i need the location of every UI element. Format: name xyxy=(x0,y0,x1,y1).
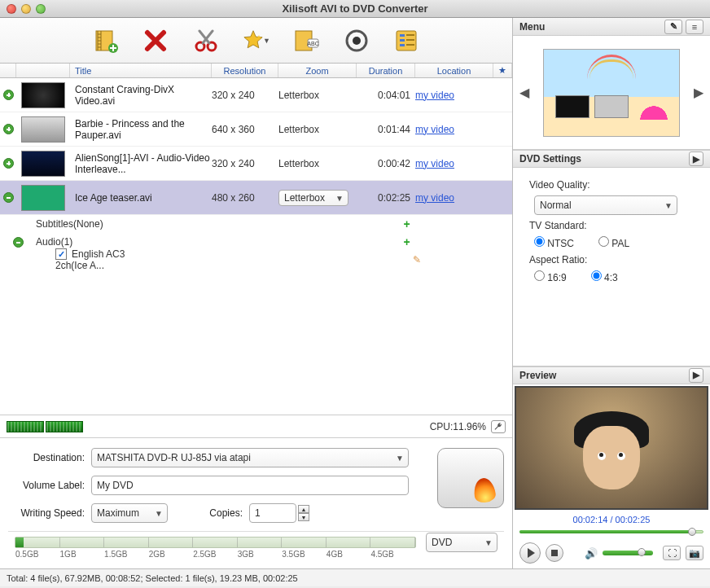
table-row[interactable]: Constant Craving-DivX Video.avi 320 x 24… xyxy=(0,78,512,112)
disc-type-select[interactable]: DVD▼ xyxy=(426,533,497,552)
volume-label-label: Volume Label: xyxy=(8,480,85,491)
template-button[interactable] xyxy=(390,24,423,57)
file-duration: 0:01:44 xyxy=(357,124,415,135)
col-duration[interactable]: Duration xyxy=(357,64,415,77)
col-star[interactable]: ★ xyxy=(493,64,512,77)
effects-button[interactable]: ▼ xyxy=(240,24,273,57)
titlebar: Xilisoft AVI to DVD Converter xyxy=(0,0,710,18)
flame-icon xyxy=(472,476,497,503)
ar-43-radio[interactable]: 4:3 xyxy=(591,270,618,283)
file-location[interactable]: my video xyxy=(415,124,493,135)
copies-up[interactable]: ▲ xyxy=(298,505,309,513)
fullscreen-button[interactable]: ⛶ xyxy=(663,546,681,560)
dvd-settings: Video Quality: Normal▼ TV Standard: NTSC… xyxy=(513,168,710,366)
video-quality-select[interactable]: Normal▼ xyxy=(534,195,677,215)
svg-text:ABC: ABC xyxy=(307,41,318,46)
file-resolution: 320 x 240 xyxy=(212,158,278,169)
add-file-button[interactable] xyxy=(90,24,122,57)
file-resolution: 480 x 260 xyxy=(212,192,278,204)
play-button[interactable] xyxy=(519,542,541,564)
destination-select[interactable]: MATSHITA DVD-R UJ-85J via atapi▼ xyxy=(91,448,409,467)
remove-button[interactable] xyxy=(140,24,173,57)
menu-next-button[interactable]: ▶ xyxy=(694,85,703,100)
record-button[interactable] xyxy=(340,24,373,57)
row-action[interactable]: ✎ xyxy=(392,254,441,265)
copies-label: Copies: xyxy=(174,507,243,519)
menu-header: Menu ✎ ≡ xyxy=(513,18,710,36)
file-title: Constant Craving-DivX Video.avi xyxy=(70,84,212,107)
subtitles-row[interactable]: Subtitles(None) + xyxy=(0,215,512,233)
cpu-core-2 xyxy=(46,421,83,432)
menu-edit-button[interactable]: ✎ xyxy=(664,20,682,34)
row-action[interactable]: + xyxy=(383,217,432,230)
col-title[interactable]: Title xyxy=(70,64,212,77)
file-zoom: Letterbox xyxy=(278,158,357,169)
cpu-label: CPU: xyxy=(430,421,454,432)
table-row[interactable]: Barbie - Princess and the Pauper.avi 640… xyxy=(0,112,512,147)
file-duration: 0:02:25 xyxy=(357,192,415,204)
writing-speed-label: Writing Speed: xyxy=(8,507,85,519)
file-zoom[interactable]: Letterbox▼ xyxy=(278,190,357,206)
col-zoom[interactable]: Zoom xyxy=(278,64,357,77)
col-location[interactable]: Location xyxy=(415,64,493,77)
file-location[interactable]: my video xyxy=(415,90,493,101)
cpu-row: CPU:11.96% xyxy=(0,415,512,437)
svg-point-9 xyxy=(353,37,361,45)
svg-rect-13 xyxy=(400,44,405,46)
video-quality-label: Video Quality: xyxy=(529,179,700,191)
track-checkbox[interactable]: ✓ xyxy=(55,248,67,260)
file-thumbnail xyxy=(21,116,65,143)
volume-slider[interactable] xyxy=(603,551,653,555)
writing-speed-select[interactable]: Maximum▼ xyxy=(91,503,168,523)
preview-expand-button[interactable]: ▶ xyxy=(689,368,703,383)
file-location[interactable]: my video xyxy=(415,192,493,204)
cut-button[interactable] xyxy=(190,24,222,57)
burn-button[interactable] xyxy=(437,448,504,508)
file-thumbnail xyxy=(21,185,65,211)
statusbar: Total: 4 file(s), 67.92MB, 00:08:52; Sel… xyxy=(0,568,710,586)
menu-preview: ◀ ▶ xyxy=(513,36,710,150)
collapse-row-button[interactable] xyxy=(3,192,14,203)
settings-expand-button[interactable]: ▶ xyxy=(689,151,703,166)
snapshot-button[interactable]: 📷 xyxy=(686,546,703,560)
menu-thumbnail[interactable] xyxy=(543,49,680,137)
svg-rect-12 xyxy=(400,39,405,42)
settings-wrench-button[interactable] xyxy=(491,420,506,433)
capacity-rail: 0.5GB1GB1.5GB2GB2.5GB3GB3.5GB4GB4.5GB xyxy=(15,537,416,548)
file-title: Ice Age teaser.avi xyxy=(70,192,212,204)
toolbar: ▼ ABC xyxy=(0,18,512,64)
subtitle-button[interactable]: ABC xyxy=(290,24,322,57)
menu-prev-button[interactable]: ◀ xyxy=(519,85,529,100)
settings-header: DVD Settings ▶ xyxy=(513,150,710,168)
table-row[interactable]: AlienSong[1]-AVI - Audio-Video Interleav… xyxy=(0,147,512,181)
copies-down[interactable]: ▼ xyxy=(298,513,309,521)
ar-169-radio[interactable]: 16:9 xyxy=(534,270,567,283)
expand-row-button[interactable] xyxy=(3,124,14,134)
file-zoom: Letterbox xyxy=(278,124,357,135)
file-location[interactable]: my video xyxy=(415,158,493,169)
aspect-ratio-label: Aspect Ratio: xyxy=(529,254,700,265)
file-zoom: Letterbox xyxy=(278,90,357,101)
audio-track-row[interactable]: ✓English AC3 2ch(Ice A... ✎ xyxy=(0,251,512,269)
stop-button[interactable] xyxy=(546,544,563,562)
svg-rect-11 xyxy=(400,34,405,37)
copies-input[interactable]: 1 xyxy=(249,503,296,523)
expand-row-button[interactable] xyxy=(3,158,14,169)
expand-row-button[interactable] xyxy=(3,90,14,100)
volume-label-input[interactable]: My DVD xyxy=(91,476,409,495)
file-thumbnail xyxy=(21,82,65,108)
tv-pal-radio[interactable]: PAL xyxy=(598,236,629,249)
cpu-core-1 xyxy=(7,421,44,432)
preview-header: Preview ▶ xyxy=(513,366,710,384)
table-row[interactable]: Ice Age teaser.avi 480 x 260 Letterbox▼ … xyxy=(0,181,512,215)
file-duration: 0:04:01 xyxy=(357,90,415,101)
row-action[interactable]: + xyxy=(383,235,432,248)
cpu-value: 11.96% xyxy=(453,421,486,432)
seek-bar[interactable] xyxy=(519,528,703,536)
collapse-icon[interactable] xyxy=(13,237,24,248)
tv-ntsc-radio[interactable]: NTSC xyxy=(534,236,574,249)
file-thumbnail xyxy=(21,151,65,177)
menu-list-button[interactable]: ≡ xyxy=(686,20,703,34)
col-resolution[interactable]: Resolution xyxy=(212,64,278,77)
file-rows: Constant Craving-DivX Video.avi 320 x 24… xyxy=(0,78,512,415)
